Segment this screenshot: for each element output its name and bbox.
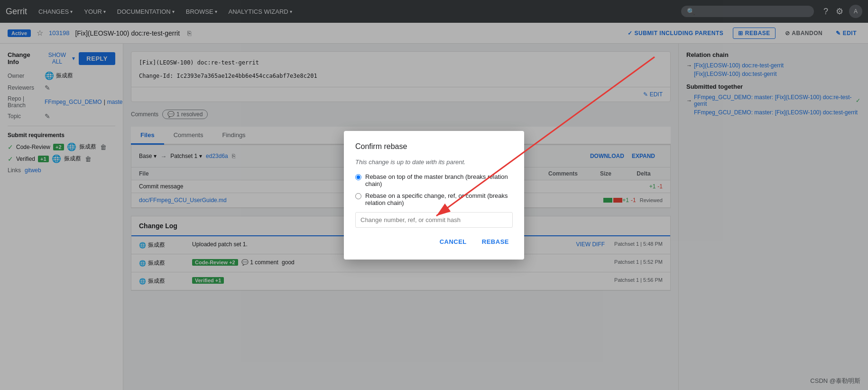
radio-specific-change[interactable] — [355, 193, 361, 199]
modal-description: This change is up to date with its paren… — [355, 158, 513, 166]
confirm-rebase-modal: Confirm rebase This change is up to date… — [344, 131, 524, 260]
modal-rebase-btn[interactable]: REBASE — [478, 235, 513, 248]
modal-title: Confirm rebase — [355, 142, 513, 151]
modal-actions: CANCEL REBASE — [355, 235, 513, 248]
modal-overlay[interactable]: Confirm rebase This change is up to date… — [0, 0, 868, 390]
radio-option-1: Rebase on top of the master branch (brea… — [355, 173, 513, 187]
radio-master-branch[interactable] — [355, 174, 361, 180]
commit-hash-input[interactable] — [355, 212, 513, 228]
radio-group: Rebase on top of the master branch (brea… — [355, 173, 513, 206]
radio-option-2: Rebase on a specific change, ref, or com… — [355, 192, 513, 206]
modal-cancel-btn[interactable]: CANCEL — [436, 235, 471, 248]
